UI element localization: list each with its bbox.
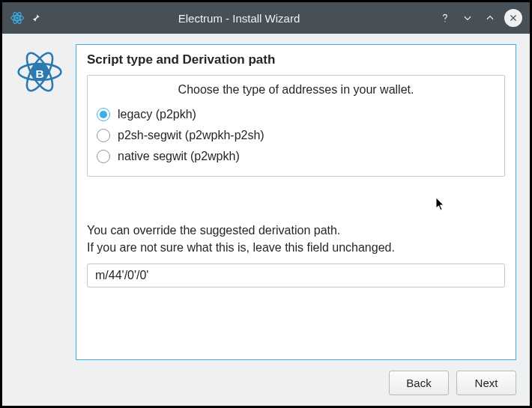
window-body: B Script type and Derivation path Choose… <box>2 34 530 406</box>
radio-option-p2sh-segwit[interactable]: p2sh-segwit (p2wpkh-p2sh) <box>97 125 495 146</box>
radio-label: p2sh-segwit (p2wpkh-p2sh) <box>118 129 265 142</box>
install-wizard-window: Electrum - Install Wizard <box>2 2 530 406</box>
script-type-group: Choose the type of addresses in your wal… <box>87 75 505 177</box>
radio-option-legacy[interactable]: legacy (p2pkh) <box>97 104 495 125</box>
radio-icon <box>97 150 110 163</box>
electrum-logo-icon: B <box>16 49 63 360</box>
window-title: Electrum - Install Wizard <box>47 12 431 25</box>
pin-icon[interactable] <box>31 13 41 23</box>
derivation-hint: You can override the suggested derivatio… <box>87 222 505 256</box>
minimize-button[interactable] <box>459 10 476 26</box>
hint-line: You can override the suggested derivatio… <box>87 222 505 239</box>
app-icon <box>10 10 25 25</box>
content-row: B Script type and Derivation path Choose… <box>2 34 530 366</box>
svg-point-3 <box>16 16 19 19</box>
radio-option-native-segwit[interactable]: native segwit (p2wpkh) <box>97 146 495 167</box>
hint-line: If you are not sure what this is, leave … <box>87 239 505 256</box>
svg-point-4 <box>444 21 445 22</box>
radio-icon <box>97 108 110 121</box>
next-button[interactable]: Next <box>456 371 516 395</box>
derivation-path-input[interactable] <box>87 264 505 287</box>
help-button[interactable] <box>437 10 453 26</box>
logo-column: B <box>10 44 70 360</box>
section-title: Script type and Derivation path <box>87 52 505 67</box>
svg-text:B: B <box>35 67 43 80</box>
titlebar: Electrum - Install Wizard <box>2 2 530 34</box>
group-caption: Choose the type of addresses in your wal… <box>97 83 495 97</box>
radio-label: native segwit (p2wpkh) <box>118 150 240 163</box>
back-button[interactable]: Back <box>389 371 449 395</box>
wizard-panel: Script type and Derivation path Choose t… <box>76 44 516 360</box>
radio-label: legacy (p2pkh) <box>118 108 196 121</box>
footer: Back Next <box>2 366 530 406</box>
close-button[interactable] <box>504 9 522 27</box>
maximize-button[interactable] <box>482 10 498 26</box>
radio-icon <box>97 129 110 142</box>
